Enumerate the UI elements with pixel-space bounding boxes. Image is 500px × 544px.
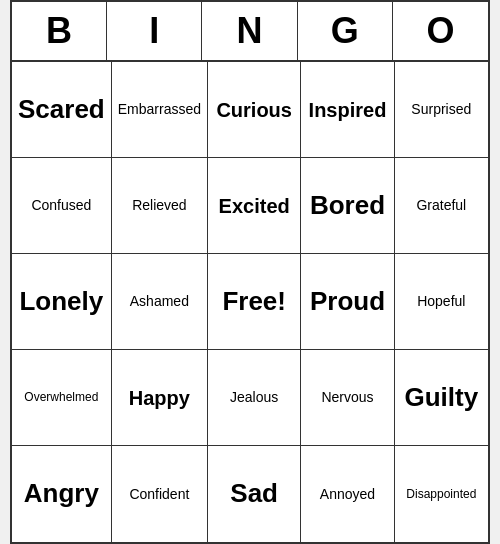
- cell-text-15: Overwhelmed: [24, 390, 98, 404]
- cell-text-9: Grateful: [416, 197, 466, 214]
- cell-text-24: Disappointed: [406, 487, 476, 501]
- header-letter-o: O: [393, 2, 488, 60]
- bingo-cell-0[interactable]: Scared: [12, 62, 112, 158]
- cell-text-17: Jealous: [230, 389, 278, 406]
- bingo-cell-21[interactable]: Confident: [112, 446, 208, 542]
- cell-text-11: Ashamed: [130, 293, 189, 310]
- bingo-cell-8[interactable]: Bored: [301, 158, 394, 254]
- bingo-cell-4[interactable]: Surprised: [395, 62, 488, 158]
- bingo-cell-11[interactable]: Ashamed: [112, 254, 208, 350]
- bingo-cell-20[interactable]: Angry: [12, 446, 112, 542]
- header-letter-n: N: [202, 2, 297, 60]
- bingo-cell-15[interactable]: Overwhelmed: [12, 350, 112, 446]
- cell-text-7: Excited: [219, 194, 290, 218]
- bingo-cell-17[interactable]: Jealous: [208, 350, 301, 446]
- bingo-cell-13[interactable]: Proud: [301, 254, 394, 350]
- bingo-cell-16[interactable]: Happy: [112, 350, 208, 446]
- cell-text-12: Free!: [222, 286, 286, 317]
- cell-text-18: Nervous: [321, 389, 373, 406]
- cell-text-4: Surprised: [411, 101, 471, 118]
- cell-text-14: Hopeful: [417, 293, 465, 310]
- bingo-cell-9[interactable]: Grateful: [395, 158, 488, 254]
- cell-text-3: Inspired: [309, 98, 387, 122]
- bingo-grid: ScaredEmbarrassedCuriousInspiredSurprise…: [12, 62, 488, 542]
- bingo-cell-19[interactable]: Guilty: [395, 350, 488, 446]
- bingo-cell-2[interactable]: Curious: [208, 62, 301, 158]
- bingo-cell-18[interactable]: Nervous: [301, 350, 394, 446]
- bingo-cell-3[interactable]: Inspired: [301, 62, 394, 158]
- cell-text-1: Embarrassed: [118, 101, 201, 118]
- cell-text-22: Sad: [230, 478, 278, 509]
- cell-text-13: Proud: [310, 286, 385, 317]
- cell-text-19: Guilty: [404, 382, 478, 413]
- cell-text-2: Curious: [216, 98, 292, 122]
- header-letter-g: G: [298, 2, 393, 60]
- header-letter-i: I: [107, 2, 202, 60]
- bingo-cell-14[interactable]: Hopeful: [395, 254, 488, 350]
- cell-text-16: Happy: [129, 386, 190, 410]
- bingo-card: BINGO ScaredEmbarrassedCuriousInspiredSu…: [10, 0, 490, 544]
- bingo-cell-5[interactable]: Confused: [12, 158, 112, 254]
- cell-text-23: Annoyed: [320, 486, 375, 503]
- header-letter-b: B: [12, 2, 107, 60]
- cell-text-21: Confident: [129, 486, 189, 503]
- bingo-cell-10[interactable]: Lonely: [12, 254, 112, 350]
- cell-text-6: Relieved: [132, 197, 186, 214]
- cell-text-0: Scared: [18, 94, 105, 125]
- bingo-cell-6[interactable]: Relieved: [112, 158, 208, 254]
- bingo-cell-23[interactable]: Annoyed: [301, 446, 394, 542]
- cell-text-8: Bored: [310, 190, 385, 221]
- bingo-header: BINGO: [12, 2, 488, 62]
- cell-text-10: Lonely: [19, 286, 103, 317]
- bingo-cell-22[interactable]: Sad: [208, 446, 301, 542]
- bingo-cell-1[interactable]: Embarrassed: [112, 62, 208, 158]
- cell-text-20: Angry: [24, 478, 99, 509]
- bingo-cell-12[interactable]: Free!: [208, 254, 301, 350]
- cell-text-5: Confused: [31, 197, 91, 214]
- bingo-cell-24[interactable]: Disappointed: [395, 446, 488, 542]
- bingo-cell-7[interactable]: Excited: [208, 158, 301, 254]
